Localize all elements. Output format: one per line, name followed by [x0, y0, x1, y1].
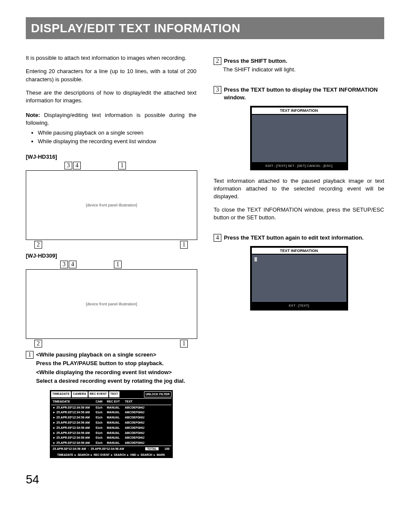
step2-heading: Press the SHIFT button.: [224, 57, 384, 65]
callout-2: 2: [34, 340, 42, 347]
event-cell: ► 25.APR.03*12:34:56 AM: [51, 426, 96, 430]
step-4: 4 Press the TEXT button again to edit te…: [214, 234, 384, 243]
model-label-hd309: [WJ-HD309]: [26, 252, 196, 260]
event-cell: MANUAL: [107, 436, 125, 440]
event-cell: 01ch: [96, 410, 107, 415]
event-cell: ► 25.APR.03*12:34:56 AM: [51, 431, 96, 435]
intro-p3: These are the descriptions of how to dis…: [26, 89, 196, 105]
note-label: Note:: [26, 112, 40, 118]
event-cell: 01ch: [96, 441, 107, 445]
step-number-1: 1: [26, 351, 34, 359]
unlock-filter: UNLOCK FILTER: [144, 391, 171, 397]
device-panel-image: [device front panel illustration]: [26, 170, 197, 240]
step1-line1: <While pausing playback on a single scre…: [36, 351, 196, 359]
step1-line3: <While displaying the recording event li…: [36, 369, 196, 376]
device-panel-image: [device front panel illustration]: [26, 269, 197, 339]
device-panel-hd316: 3 4 1 [device front panel illustration] …: [26, 170, 196, 240]
callout-1b: 1: [180, 241, 188, 249]
event-cell: MANUAL: [107, 426, 125, 430]
total-label: TOTAL: [145, 447, 159, 450]
event-tab: REC EVENT: [89, 391, 108, 397]
event-cell: ABCDEFGHIJ: [125, 426, 171, 430]
device-panel-hd309: 3 4 1 [device front panel illustration] …: [26, 269, 196, 339]
event-footer-range: 25.APR.03*12:34:56 AM → 25.APR.03*12:34:…: [51, 446, 171, 452]
callout-3: 3: [64, 162, 72, 169]
note-block: Note: Displaying/editing text informatio…: [26, 111, 196, 145]
event-row: ► 25.APR.03*12:34:56 AM01chMANUALABCDEFG…: [51, 410, 171, 415]
text-info-window-edit: TEXT INFORMATION EXT : [TEXT]: [250, 246, 348, 311]
event-cell: ► 25.APR.03*12:34:56 AM: [51, 410, 96, 415]
event-cell: 01ch: [96, 406, 107, 410]
step3-heading: Press the TEXT button to display the TEX…: [224, 86, 384, 101]
step1-line4: Select a desired recording event by rota…: [36, 377, 196, 385]
step-2: 2 Press the SHIFT button.: [214, 57, 384, 66]
event-row: ► 25.APR.03*12:34:56 AM01chMANUALABCDEFG…: [51, 415, 171, 420]
event-cell: 01ch: [96, 415, 107, 420]
event-cell: MANUAL: [107, 431, 125, 435]
event-cell: ABCDEFGHIJ: [125, 431, 171, 435]
callout-1: 1: [118, 162, 126, 169]
callout-4: 4: [73, 162, 81, 169]
note-bullet: While displaying the recording event lis…: [38, 138, 196, 145]
callout-1: 1: [114, 261, 122, 268]
event-header-row: TIME&DATE CAM REC EVT TEXT: [51, 398, 171, 405]
event-cell: ABCDEFGHIJ: [125, 421, 171, 425]
event-cell: MANUAL: [107, 406, 125, 410]
page-title: DISPLAY/EDIT TEXT INFORMATION: [26, 17, 384, 39]
event-cell: ABCDEFGHIJ: [125, 441, 171, 445]
page-number: 54: [26, 471, 384, 488]
event-tab: TIME&DATE: [51, 391, 71, 397]
left-column: It is possible to attach text informatio…: [26, 49, 196, 458]
event-cell: ► 25.APR.03*12:34:56 AM: [51, 406, 96, 410]
intro-p1: It is possible to attach text informatio…: [26, 54, 196, 62]
event-cell: ► 25.APR.03*12:34:56 AM: [51, 441, 96, 445]
callout-3: 3: [60, 261, 68, 268]
event-header: REC EVT: [107, 400, 125, 404]
window-title: TEXT INFORMATION: [252, 248, 346, 254]
right-column: 2 Press the SHIFT button. The SHIFT indi…: [214, 49, 384, 458]
footer-range-text: 25.APR.03*12:34:56 AM → 25.APR.03*12:34:…: [53, 447, 124, 451]
event-cell: ABCDEFGHIJ: [125, 410, 171, 415]
note-bullet: While pausing playback on a single scree…: [38, 129, 196, 137]
window-footer: EDIT : [TEXT] SET : [SET] CANCEL : [ESC]: [252, 163, 346, 169]
window-footer: EXT : [TEXT]: [252, 303, 346, 308]
step3-body2: To close the TEXT INFORMATION window, pr…: [214, 206, 384, 221]
note-text: Displaying/editing text information is p…: [26, 112, 196, 126]
event-cell: ABCDEFGHIJ: [125, 436, 171, 440]
event-cell: 01ch: [96, 436, 107, 440]
event-row: ► 25.APR.03*12:34:56 AM01chMANUALABCDEFG…: [51, 420, 171, 425]
event-tab: CAMERA: [72, 391, 88, 397]
event-cell: 01ch: [96, 426, 107, 430]
event-cell: 01ch: [96, 421, 107, 425]
event-cell: MANUAL: [107, 421, 125, 425]
text-cursor: [254, 257, 257, 261]
event-header: TIME&DATE: [51, 400, 96, 404]
event-row: ► 25.APR.03*12:34:56 AM01chMANUALABCDEFG…: [51, 440, 171, 446]
step4-heading: Press the TEXT button again to edit text…: [224, 234, 384, 242]
event-header: CAM: [96, 400, 107, 404]
callout-2: 2: [34, 241, 42, 249]
event-cell: ► 25.APR.03*12:34:56 AM: [51, 421, 96, 425]
step3-body1: Text information attached to the paused …: [214, 177, 384, 201]
step1-line2: Press the PLAY/PAUSE button to stop play…: [36, 360, 196, 367]
total-value: 100: [165, 447, 170, 450]
event-cell: MANUAL: [107, 415, 125, 420]
step-number-2: 2: [214, 57, 221, 65]
event-row: ► 25.APR.03*12:34:56 AM01chMANUALABCDEFG…: [51, 435, 171, 440]
event-cell: ► 25.APR.03*12:34:56 AM: [51, 415, 96, 420]
window-body: [252, 115, 346, 162]
event-footer-nav: TIME&DATE ► SEARCH ► REC EVENT ► SEARCH …: [51, 452, 171, 457]
callout-1b: 1: [180, 340, 188, 347]
step-3: 3 Press the TEXT button to display the T…: [214, 86, 384, 102]
event-row: ► 25.APR.03*12:34:56 AM01chMANUALABCDEFG…: [51, 425, 171, 431]
event-cell: ABCDEFGHIJ: [125, 406, 171, 410]
step2-body: The SHIFT indicator will light.: [223, 66, 384, 74]
callout-4: 4: [69, 261, 76, 268]
event-cell: MANUAL: [107, 410, 125, 415]
event-row: ► 25.APR.03*12:34:56 AM01chMANUALABCDEFG…: [51, 405, 171, 410]
event-row: ► 25.APR.03*12:34:56 AM01chMANUALABCDEFG…: [51, 431, 171, 436]
event-tab: TEXT: [109, 391, 119, 397]
window-title: TEXT INFORMATION: [252, 108, 346, 114]
window-body: [252, 255, 346, 302]
model-label-hd316: [WJ-HD316]: [26, 153, 196, 161]
